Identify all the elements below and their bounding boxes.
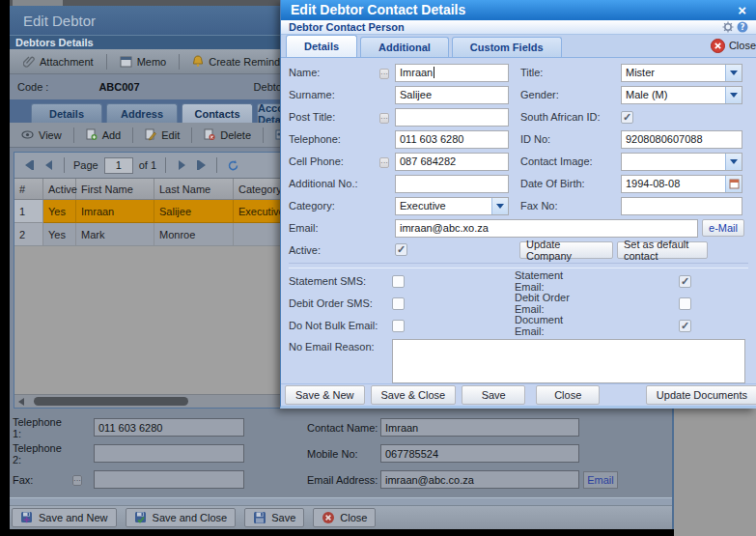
email-field[interactable]: imraan@abc.xo.za xyxy=(395,219,698,238)
delete-button[interactable]: Delete xyxy=(200,127,255,143)
ellipsis-button[interactable]: ··· xyxy=(379,113,389,124)
tab-close-button[interactable]: Close xyxy=(711,39,756,57)
column-header-last-name[interactable]: Last Name xyxy=(154,179,234,199)
text-cursor xyxy=(434,67,434,78)
south-african-id-checkbox[interactable] xyxy=(621,111,633,124)
help-icon[interactable]: ? xyxy=(737,21,748,33)
date-of-birth-field[interactable]: 1994-08-08 xyxy=(621,175,742,193)
edit-button[interactable]: Edit xyxy=(141,127,183,143)
window-top-tab xyxy=(13,0,63,6)
chevron-down-icon[interactable] xyxy=(725,87,742,103)
screen: Edit Debtor Debtors Details Attachment M… xyxy=(0,0,756,536)
tab-contact-additional[interactable]: Additional xyxy=(360,37,449,57)
tab-contact-custom-fields[interactable]: Custom Fields xyxy=(452,37,562,57)
save-and-new-button[interactable]: Save and New xyxy=(12,508,117,527)
gear-icon[interactable] xyxy=(722,21,734,33)
page-number-input[interactable]: 1 xyxy=(104,157,133,174)
statement-sms-checkbox[interactable] xyxy=(392,275,405,288)
chevron-down-icon[interactable] xyxy=(725,154,742,170)
active-label: Active: xyxy=(289,244,379,256)
tab-details[interactable]: Details xyxy=(31,103,102,123)
post-title-field[interactable] xyxy=(395,108,509,127)
email-label: Email: xyxy=(289,222,379,234)
attachment-button[interactable]: Attachment xyxy=(19,53,98,70)
last-page-button[interactable] xyxy=(194,158,208,172)
column-header-first-name[interactable]: First Name xyxy=(76,179,154,199)
scrollbar-thumb[interactable] xyxy=(34,397,188,406)
ellipsis-button[interactable]: ··· xyxy=(379,69,389,79)
e-mail-button[interactable]: e-Mail xyxy=(702,219,744,237)
chevron-down-icon[interactable] xyxy=(491,198,508,214)
ellipsis-button[interactable]: ··· xyxy=(379,157,389,168)
first-page-button[interactable] xyxy=(22,158,36,172)
next-page-button[interactable] xyxy=(175,158,188,172)
category-select[interactable]: Executive xyxy=(395,197,509,215)
chevron-down-icon[interactable] xyxy=(725,65,742,81)
contact-image-select[interactable] xyxy=(621,153,742,171)
no-email-reason-label: No Email Reason: xyxy=(289,339,392,353)
do-not-bulk-email-checkbox[interactable] xyxy=(392,320,405,332)
column-header-active[interactable]: Active xyxy=(43,179,76,199)
cell-phone-field[interactable]: 087 684282 xyxy=(395,153,509,171)
additional-no-field[interactable] xyxy=(395,175,509,193)
save-and-close-button[interactable]: Save and Close xyxy=(126,508,237,527)
save-icon xyxy=(253,511,266,524)
calendar-icon[interactable] xyxy=(725,176,742,192)
ellipsis-button[interactable]: ··· xyxy=(72,475,82,486)
close-circle-icon xyxy=(711,39,725,53)
telephone2-field[interactable] xyxy=(94,444,244,463)
id-no-field[interactable]: 9208080607088 xyxy=(621,130,742,149)
document-email-checkbox[interactable] xyxy=(679,320,691,332)
name-field[interactable]: Imraan xyxy=(395,64,509,82)
tab-address[interactable]: Address xyxy=(106,103,178,123)
mobile-no-label: Mobile No: xyxy=(307,448,380,460)
date-of-birth-label: Date Of Birth: xyxy=(520,178,621,189)
page-label: Page xyxy=(73,159,98,171)
scroll-left-arrow[interactable] xyxy=(14,398,28,406)
tab-contacts[interactable]: Contacts xyxy=(182,103,253,123)
telephone2-label: Telephone 2: xyxy=(13,442,72,465)
debit-order-email-label: Debit Order Email: xyxy=(515,292,582,315)
pager-divider xyxy=(165,157,166,173)
surname-field[interactable]: Salijee xyxy=(395,86,509,104)
gender-select[interactable]: Male (M) xyxy=(621,86,742,104)
update-documents-button[interactable]: Update Documents xyxy=(646,385,756,405)
contact-name-field[interactable]: Imraan xyxy=(380,418,579,437)
email-address-field[interactable]: imraan@abc.co.za xyxy=(380,470,579,489)
attachment-label: Attachment xyxy=(40,56,94,68)
save-button[interactable]: Save xyxy=(462,385,525,405)
no-email-reason-textarea[interactable] xyxy=(392,339,745,383)
eye-icon xyxy=(21,130,34,139)
save-and-new-button[interactable]: Save & New xyxy=(285,385,365,405)
debit-order-email-checkbox[interactable] xyxy=(679,297,691,310)
dialog-close-x-button[interactable]: × xyxy=(738,2,746,18)
create-reminder-button[interactable]: Create Reminder xyxy=(188,53,294,70)
memo-label: Memo xyxy=(137,56,167,68)
fax-field[interactable] xyxy=(94,470,244,489)
refresh-button[interactable] xyxy=(226,158,239,172)
previous-page-button[interactable] xyxy=(42,158,55,172)
debit-order-sms-checkbox[interactable] xyxy=(392,297,405,310)
mobile-no-field[interactable]: 067785524 xyxy=(380,444,579,463)
close-button[interactable]: Close xyxy=(313,508,376,527)
active-checkbox[interactable] xyxy=(395,243,407,256)
set-as-default-contact-button[interactable]: Set as default contact xyxy=(617,241,708,259)
telephone-field[interactable]: 011 603 6280 xyxy=(395,130,509,149)
tab-contact-details[interactable]: Details xyxy=(286,35,357,57)
column-header-num[interactable]: # xyxy=(14,179,43,199)
fax-label: Fax: xyxy=(13,474,72,486)
email-button[interactable]: Email xyxy=(583,471,618,489)
view-button[interactable]: View xyxy=(17,127,66,143)
fax-no-field[interactable] xyxy=(621,197,742,215)
telephone1-field[interactable]: 011 603 6280 xyxy=(94,418,244,437)
statement-email-checkbox[interactable] xyxy=(679,275,691,288)
memo-button[interactable]: Memo xyxy=(116,54,171,70)
email-address-label: Email Address: xyxy=(307,474,380,486)
dialog-title: Edit Debtor Contact Details xyxy=(291,2,465,17)
save-button[interactable]: Save xyxy=(244,508,304,527)
close-button[interactable]: Close xyxy=(536,385,600,405)
add-button[interactable]: Add xyxy=(82,127,126,143)
save-and-close-button[interactable]: Save & Close xyxy=(371,385,457,405)
title-select[interactable]: Mister xyxy=(621,64,742,82)
update-company-button[interactable]: Update Company xyxy=(519,241,613,259)
